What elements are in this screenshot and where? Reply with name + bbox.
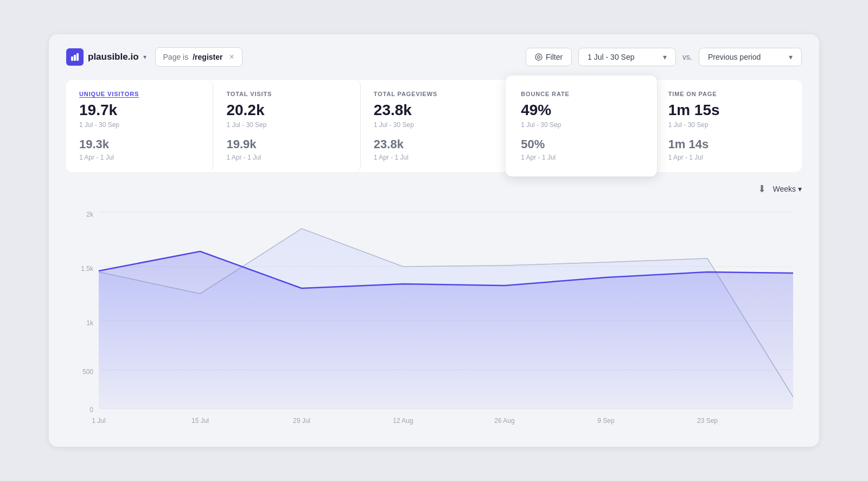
logo-chevron: ▾ xyxy=(143,53,146,61)
x-label-26aug: 26 Aug xyxy=(494,417,514,425)
stat-label-unique-visitors: UNIQUE VISITORS xyxy=(79,91,200,97)
stat-prev-period-time-on-page: 1 Apr - 1 Jul xyxy=(668,154,789,161)
compare-label: Previous period xyxy=(708,53,761,61)
filter-pill[interactable]: Page is /register × xyxy=(155,47,242,67)
header: plausible.io ▾ Page is /register × Filte… xyxy=(66,47,802,67)
svg-rect-1 xyxy=(74,55,76,61)
stat-prev-period-total-pageviews: 1 Apr - 1 Jul xyxy=(374,154,494,161)
stat-current-period-bounce-rate: 1 Jul - 30 Sep xyxy=(521,121,641,129)
stat-label-time-on-page: TIME ON PAGE xyxy=(668,91,789,97)
stat-current-value-total-visits: 20.2k xyxy=(226,102,347,119)
svg-rect-0 xyxy=(71,56,73,61)
stat-card-unique-visitors[interactable]: UNIQUE VISITORS 19.7k 1 Jul - 30 Sep 19.… xyxy=(66,80,213,172)
header-right: Filter 1 Jul - 30 Sep ▾ vs. Previous per… xyxy=(526,48,802,66)
x-label-29jul: 29 Jul xyxy=(293,417,310,425)
stat-prev-value-total-pageviews: 23.8k xyxy=(374,137,494,151)
filter-close[interactable]: × xyxy=(229,52,234,62)
stat-current-period-total-pageviews: 1 Jul - 30 Sep xyxy=(374,121,494,129)
x-label-9sep: 9 Sep xyxy=(597,417,615,425)
compare-chevron: ▾ xyxy=(789,53,793,61)
x-label-1jul: 1 Jul xyxy=(92,417,105,425)
stat-prev-period-unique-visitors: 1 Apr - 1 Jul xyxy=(79,154,200,161)
logo-area[interactable]: plausible.io ▾ xyxy=(66,48,146,66)
date-range-button[interactable]: 1 Jul - 30 Sep ▾ xyxy=(578,48,676,66)
stat-card-time-on-page[interactable]: TIME ON PAGE 1m 15s 1 Jul - 30 Sep 1m 14… xyxy=(655,80,802,172)
svg-point-3 xyxy=(535,54,542,60)
stat-label-bounce-rate: BOUNCE RATE xyxy=(521,91,641,97)
y-label-0: 0 xyxy=(90,406,93,414)
stat-prev-value-unique-visitors: 19.3k xyxy=(79,137,200,151)
stat-current-value-time-on-page: 1m 15s xyxy=(668,102,789,119)
y-label-1k: 1k xyxy=(86,319,94,327)
stat-prev-value-time-on-page: 1m 14s xyxy=(668,137,789,151)
weeks-label: Weeks xyxy=(773,185,796,193)
weeks-chevron: ▾ xyxy=(798,185,802,193)
stat-label-total-visits: TOTAL VISITS xyxy=(226,91,347,97)
stat-label-total-pageviews: TOTAL PAGEVIEWS xyxy=(374,91,494,97)
compare-button[interactable]: Previous period ▾ xyxy=(699,48,802,66)
chart-controls: ⬇ Weeks ▾ xyxy=(66,181,802,197)
filter-btn-label: Filter xyxy=(546,53,563,61)
y-label-500: 500 xyxy=(82,368,93,376)
filter-icon xyxy=(535,53,542,61)
stat-prev-period-total-visits: 1 Apr - 1 Jul xyxy=(226,154,347,161)
download-icon: ⬇ xyxy=(758,183,766,194)
stat-prev-period-bounce-rate: 1 Apr - 1 Jul xyxy=(521,154,641,161)
stat-prev-value-total-visits: 19.9k xyxy=(226,137,347,151)
x-label-15jul: 15 Jul xyxy=(192,417,209,425)
x-label-23sep: 23 Sep xyxy=(697,417,718,425)
x-label-12aug: 12 Aug xyxy=(393,417,413,425)
stat-card-total-visits[interactable]: TOTAL VISITS 20.2k 1 Jul - 30 Sep 19.9k … xyxy=(213,80,360,172)
weeks-button[interactable]: Weeks ▾ xyxy=(773,185,802,193)
stat-card-bounce-rate[interactable]: BOUNCE RATE 49% 1 Jul - 30 Sep 50% 1 Apr… xyxy=(506,75,657,176)
filter-path: /register xyxy=(193,53,222,61)
stat-current-period-unique-visitors: 1 Jul - 30 Sep xyxy=(79,121,200,129)
logo-icon xyxy=(66,48,84,66)
svg-point-4 xyxy=(537,56,540,59)
stat-current-value-unique-visitors: 19.7k xyxy=(79,102,200,119)
stat-prev-value-bounce-rate: 50% xyxy=(521,137,641,151)
svg-rect-2 xyxy=(76,53,79,61)
date-range-chevron: ▾ xyxy=(663,53,667,61)
filter-prefix: Page is xyxy=(163,53,189,61)
stat-current-period-time-on-page: 1 Jul - 30 Sep xyxy=(668,121,789,129)
stat-current-value-bounce-rate: 49% xyxy=(521,102,641,119)
filter-button[interactable]: Filter xyxy=(526,48,572,66)
stat-card-total-pageviews[interactable]: TOTAL PAGEVIEWS 23.8k 1 Jul - 30 Sep 23.… xyxy=(361,80,508,172)
stat-current-period-total-visits: 1 Jul - 30 Sep xyxy=(226,121,347,129)
stats-row: UNIQUE VISITORS 19.7k 1 Jul - 30 Sep 19.… xyxy=(66,80,802,172)
y-label-2k: 2k xyxy=(86,211,94,218)
chart-container: 2k 1.5k 1k 500 0 1 Jul 15 Jul 29 Jul xyxy=(66,201,802,429)
y-label-1-5k: 1.5k xyxy=(81,265,94,273)
main-card: plausible.io ▾ Page is /register × Filte… xyxy=(49,34,819,447)
chart-svg: 2k 1.5k 1k 500 0 1 Jul 15 Jul 29 Jul xyxy=(66,201,802,429)
stat-current-value-total-pageviews: 23.8k xyxy=(374,102,494,119)
download-button[interactable]: ⬇ xyxy=(756,181,768,197)
vs-label: vs. xyxy=(682,53,692,61)
date-range-label: 1 Jul - 30 Sep xyxy=(588,53,634,61)
logo-text: plausible.io xyxy=(88,52,139,62)
